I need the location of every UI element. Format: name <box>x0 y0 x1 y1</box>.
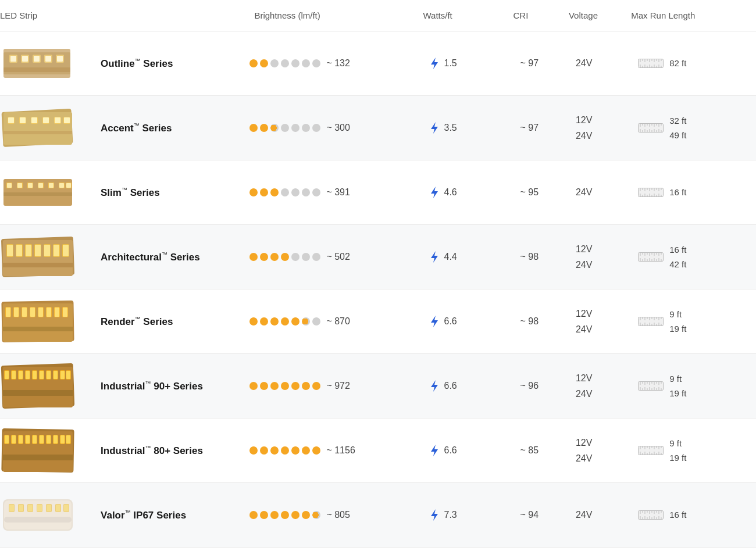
led-strip-image <box>1 31 75 95</box>
ruler-icon <box>638 59 664 68</box>
dot-filled <box>281 253 289 261</box>
dot-filled <box>291 382 299 390</box>
svg-rect-117 <box>26 245 31 256</box>
brightness-dots <box>249 124 320 132</box>
run-length-value: 9 ft19 ft <box>669 371 686 401</box>
cri-cell: ~ 98 <box>513 225 569 289</box>
watts-value: 6.6 <box>444 381 457 391</box>
svg-rect-207 <box>54 371 58 379</box>
comparison-table: LED Strip Brightness (lm/ft) Watts/ft CR… <box>0 0 756 548</box>
voltage-value: 12V <box>576 435 624 450</box>
series-name[interactable]: Industrial™ 80+ Series <box>90 419 243 483</box>
dot-filled <box>260 253 268 261</box>
cri-cell: ~ 85 <box>513 419 569 483</box>
svg-rect-197 <box>19 371 23 379</box>
dot-empty <box>302 188 310 196</box>
brightness-value: ~ 805 <box>326 510 350 520</box>
dot-filled <box>302 446 310 455</box>
strip-svg-wrapper <box>0 31 76 95</box>
bolt-icon <box>430 380 439 392</box>
svg-rect-49 <box>3 131 72 134</box>
dot-filled <box>302 382 310 390</box>
brightness-dots <box>249 446 320 455</box>
svg-rect-295 <box>64 505 69 512</box>
series-name[interactable]: Industrial™ 90+ Series <box>90 354 243 419</box>
cri-value: ~ 96 <box>520 381 539 391</box>
ruler-icon <box>638 381 664 391</box>
dot-half <box>302 317 310 326</box>
run-length-line: 16 ft <box>669 242 686 257</box>
svg-marker-168 <box>431 316 438 327</box>
series-name[interactable]: Render™ Series <box>90 289 243 354</box>
series-name[interactable]: Architectural™ Series <box>90 225 243 289</box>
strip-image-cell <box>0 354 90 419</box>
run-length-line: 19 ft <box>669 450 686 466</box>
dot-empty <box>291 59 299 67</box>
run-length-line: 9 ft <box>669 436 686 451</box>
brightness-value: ~ 300 <box>326 123 350 133</box>
table-row[interactable]: Valor™ IP67 Series ~ 805 7.3 ~ 94 24V <box>0 483 756 548</box>
dot-half <box>270 124 279 132</box>
svg-rect-244 <box>26 435 30 443</box>
watts-cell: 3.5 <box>423 96 513 160</box>
strip-svg-wrapper <box>0 483 76 547</box>
watts-cell: 6.6 <box>423 354 513 419</box>
series-name[interactable]: Valor™ IP67 Series <box>90 483 243 548</box>
run-length-content: 16 ft <box>638 507 749 523</box>
voltage-cell: 12V24V <box>569 96 631 160</box>
watts-value: 4.4 <box>444 252 457 262</box>
table-row[interactable]: Industrial™ 80+ Series ~ 1156 6.6 ~ 85 1… <box>0 419 756 483</box>
dot-filled <box>281 446 289 455</box>
table-row[interactable]: Industrial™ 90+ Series ~ 972 6.6 ~ 96 12… <box>0 354 756 419</box>
dot-empty <box>312 188 320 196</box>
run-length-content: 9 ft19 ft <box>638 371 749 401</box>
table-row[interactable]: Accent™ Series ~ 300 3.5 ~ 97 12V24V <box>0 96 756 160</box>
voltage-cell: 24V <box>569 483 631 548</box>
dot-half <box>312 511 320 519</box>
svg-rect-76 <box>17 183 22 188</box>
svg-rect-86 <box>66 183 71 188</box>
svg-rect-166 <box>63 307 67 317</box>
series-name[interactable]: Slim™ Series <box>90 160 243 225</box>
brightness-cell: ~ 972 <box>243 354 423 419</box>
watts-cell: 4.4 <box>423 225 513 289</box>
dot-empty <box>312 253 320 261</box>
dot-empty <box>270 59 279 67</box>
table-row[interactable]: Render™ Series ~ 870 6.6 ~ 98 12V24V <box>0 289 756 354</box>
table-row[interactable]: Outline™ Series ~ 132 1.5 ~ 97 24V <box>0 31 756 96</box>
run-length-line: 9 ft <box>669 371 686 387</box>
svg-rect-113 <box>7 245 13 256</box>
svg-rect-121 <box>44 245 50 256</box>
dot-filled <box>291 446 299 455</box>
table-row[interactable]: Slim™ Series ~ 391 4.6 ~ 95 24V <box>0 160 756 225</box>
voltage-cell: 12V24V <box>569 354 631 419</box>
svg-rect-123 <box>54 245 59 256</box>
strip-image-cell <box>0 289 90 354</box>
dot-filled <box>249 59 258 67</box>
cri-value: ~ 98 <box>520 316 539 326</box>
header-brightness: Brightness (lm/ft) <box>243 0 423 31</box>
voltage-cell: 24V <box>569 160 631 225</box>
svg-rect-9 <box>45 56 51 62</box>
brightness-dots <box>249 59 320 67</box>
svg-rect-167 <box>3 327 73 331</box>
watts-value: 6.6 <box>444 316 457 327</box>
series-name[interactable]: Outline™ Series <box>90 31 243 96</box>
svg-rect-242 <box>19 435 23 443</box>
svg-rect-3 <box>10 56 16 62</box>
dot-filled <box>312 382 320 390</box>
run-length-value: 82 ft <box>669 56 686 71</box>
brightness-cell: ~ 502 <box>243 225 423 289</box>
dot-filled <box>270 317 279 326</box>
series-name[interactable]: Accent™ Series <box>90 96 243 160</box>
strip-image-cell <box>0 96 90 160</box>
brightness-content: ~ 300 <box>249 123 416 133</box>
svg-rect-254 <box>60 435 65 443</box>
watts-content: 7.3 <box>430 509 506 521</box>
run-length-content: 9 ft19 ft <box>638 307 749 337</box>
dot-filled <box>260 382 268 390</box>
table-row[interactable]: Architectural™ Series ~ 502 4.4 ~ 98 12V… <box>0 225 756 289</box>
svg-rect-287 <box>28 505 33 512</box>
brightness-dots <box>249 382 320 390</box>
svg-rect-7 <box>34 56 40 62</box>
